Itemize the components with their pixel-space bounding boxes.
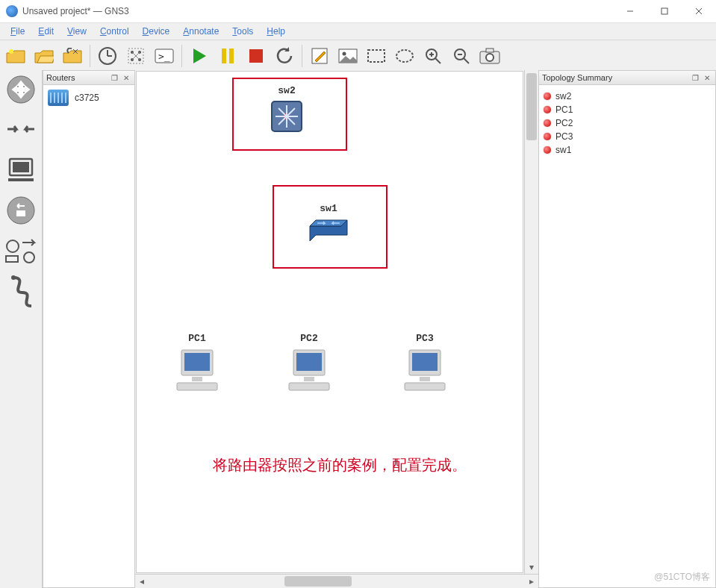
topology-item[interactable]: PC2	[544, 116, 711, 130]
annotate-note-button[interactable]	[307, 43, 332, 69]
status-led-icon	[544, 133, 551, 140]
menu-file[interactable]: File	[4, 25, 31, 38]
save-project-button[interactable]	[60, 43, 85, 69]
show-labels-button[interactable]	[123, 43, 149, 69]
svg-rect-64	[412, 353, 438, 371]
scrollbar-thumb[interactable]	[284, 576, 352, 587]
svg-rect-33	[486, 49, 494, 52]
svg-rect-17	[222, 49, 226, 63]
svg-rect-57	[192, 377, 202, 381]
window-maximize-button[interactable]	[647, 0, 682, 22]
panel-close-icon[interactable]: ✕	[702, 72, 712, 83]
topology-item-label: sw2	[555, 91, 571, 101]
svg-rect-36	[10, 159, 32, 175]
menu-device[interactable]: Device	[137, 25, 176, 38]
annotate-rect-button[interactable]	[364, 43, 389, 69]
annotation-text: 将路由器按照之前的案例，配置完成。	[213, 455, 467, 475]
menu-annotate[interactable]: Annotate	[177, 25, 225, 38]
topology-summary-title: Topology Summary	[542, 73, 612, 82]
main-toolbar: >_	[0, 40, 716, 72]
snapshot-button[interactable]	[95, 43, 120, 69]
topology-item-label: PC2	[555, 118, 573, 128]
topology-canvas[interactable]: sw2 sw1 PC1 PC2	[136, 71, 523, 573]
open-project-button[interactable]	[31, 43, 57, 69]
zoom-out-button[interactable]	[449, 43, 474, 69]
topology-item-label: PC1	[555, 104, 573, 115]
start-all-button[interactable]	[187, 43, 212, 69]
annotate-image-button[interactable]	[335, 43, 361, 69]
device-security-button[interactable]	[4, 194, 37, 227]
node-sw1[interactable]: sw1	[308, 203, 349, 243]
node-pc1[interactable]: PC1	[174, 333, 220, 393]
routers-panel: Routers ❐ ✕ c3725	[43, 70, 135, 588]
pause-all-button[interactable]	[215, 43, 240, 69]
router-template-label: c3725	[75, 93, 99, 103]
svg-point-34	[486, 54, 494, 61]
vertical-scrollbar[interactable]: ▴ ▾	[524, 70, 538, 574]
scroll-left-icon[interactable]: ◂	[135, 575, 149, 588]
topology-item[interactable]: sw2	[544, 90, 711, 103]
panel-float-icon[interactable]: ❐	[109, 72, 119, 83]
panel-close-icon[interactable]: ✕	[121, 72, 131, 83]
canvas-area: sw2 sw1 PC1 PC2	[135, 70, 538, 588]
screenshot-button[interactable]	[477, 43, 502, 69]
svg-rect-18	[229, 49, 234, 63]
device-enddevice-button[interactable]	[4, 154, 37, 187]
menu-tools[interactable]: Tools	[226, 25, 259, 38]
svg-rect-19	[249, 49, 263, 63]
window-close-button[interactable]	[682, 0, 716, 22]
new-project-button[interactable]	[3, 43, 28, 69]
routers-panel-header[interactable]: Routers ❐ ✕	[43, 71, 134, 85]
menu-view[interactable]: View	[61, 25, 93, 38]
status-led-icon	[544, 146, 551, 154]
watermark: @51CTO博客	[654, 571, 710, 584]
svg-point-43	[24, 252, 34, 263]
svg-rect-38	[8, 178, 34, 181]
window-minimize-button[interactable]	[613, 0, 647, 22]
zoom-in-button[interactable]	[420, 43, 446, 69]
node-sw2-label: sw2	[278, 85, 295, 96]
pc-icon	[174, 347, 220, 393]
topology-item[interactable]: PC3	[544, 130, 711, 143]
device-switch-button[interactable]	[4, 113, 37, 146]
scroll-right-icon[interactable]: ▸	[525, 575, 538, 588]
horizontal-scrollbar[interactable]: ◂ ▸	[135, 574, 538, 588]
routers-panel-body: c3725	[43, 85, 134, 587]
menu-control[interactable]: Control	[94, 25, 135, 38]
menu-help[interactable]: Help	[261, 25, 291, 38]
node-sw2[interactable]: sw2	[270, 85, 304, 134]
console-button[interactable]: >_	[152, 43, 177, 69]
pc-icon	[402, 347, 448, 393]
app-icon	[6, 5, 18, 17]
topology-summary-header[interactable]: Topology Summary ❐ ✕	[539, 71, 715, 85]
topology-item[interactable]: PC1	[544, 103, 711, 116]
stop-all-button[interactable]	[243, 43, 269, 69]
svg-text:>_: >_	[158, 51, 170, 62]
status-led-icon	[544, 119, 551, 127]
topology-item[interactable]: sw1	[544, 143, 711, 157]
topology-summary-body: sw2 PC1 PC2 PC3 sw1	[539, 85, 715, 587]
switch-icon	[308, 217, 349, 243]
router-template-item[interactable]: c3725	[48, 90, 130, 106]
node-pc2-label: PC2	[300, 333, 317, 344]
device-router-button[interactable]	[4, 73, 37, 106]
menu-edit[interactable]: Edit	[32, 25, 60, 38]
device-toolbar	[0, 70, 43, 588]
annotate-ellipse-button[interactable]	[392, 43, 417, 69]
node-pc2[interactable]: PC2	[286, 333, 332, 393]
reload-all-button[interactable]	[272, 43, 297, 69]
status-led-icon	[544, 106, 551, 113]
svg-point-4	[9, 49, 13, 54]
device-all-button[interactable]	[4, 234, 37, 267]
status-led-icon	[544, 93, 551, 100]
node-pc3[interactable]: PC3	[402, 333, 448, 393]
node-sw1-label: sw1	[320, 203, 337, 214]
svg-rect-1	[661, 8, 667, 14]
topology-item-label: sw1	[555, 145, 571, 155]
add-link-button[interactable]	[4, 275, 37, 307]
svg-rect-23	[368, 50, 385, 62]
svg-rect-61	[304, 377, 314, 381]
panel-float-icon[interactable]: ❐	[690, 72, 700, 83]
scroll-down-icon[interactable]: ▾	[525, 560, 538, 574]
scrollbar-thumb[interactable]	[526, 73, 537, 140]
